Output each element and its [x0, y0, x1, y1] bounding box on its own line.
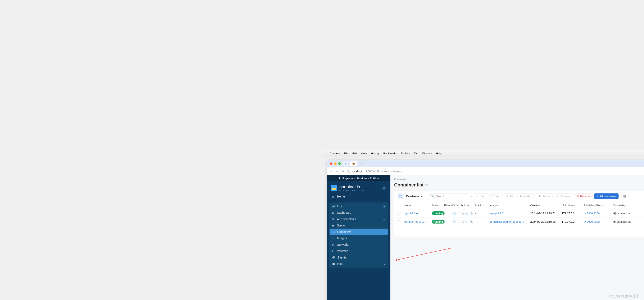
tab-background[interactable]: T [343, 161, 348, 166]
clear-search-icon[interactable]: × [471, 195, 473, 198]
menu-edit[interactable]: Edit [352, 152, 357, 155]
annotation-arrow [394, 248, 453, 266]
col-image[interactable]: Image⇅ [490, 204, 530, 207]
sidebar-item-containers[interactable]: ⬚Containers [330, 229, 388, 235]
nav-icon: ⬚ [332, 230, 335, 234]
upgrade-banner[interactable]: ⬆ Upgrade to Business Edition [327, 175, 390, 181]
reload-button[interactable]: ⟳ [342, 170, 344, 173]
site-info-icon[interactable]: i [347, 170, 350, 173]
kill-button[interactable]: ⊘ Kill [504, 193, 516, 199]
refresh-icon[interactable]: ⟳ [425, 183, 428, 187]
menu-window[interactable]: Window [422, 152, 432, 155]
ownership-cell: administrat [618, 212, 631, 215]
image-link[interactable]: mysql:8.3.0 [490, 212, 504, 215]
col-created[interactable]: Created⇅ [530, 204, 562, 207]
col-ip[interactable]: IP Address⇅ [562, 204, 584, 207]
chevron-down-icon: ⌄ [383, 217, 386, 221]
app-name[interactable]: Chrome [330, 152, 340, 155]
minimize-window-icon[interactable] [334, 162, 337, 165]
search-input[interactable]: 🔍 × [429, 193, 469, 199]
exec-icon[interactable]: ›_ [466, 212, 468, 215]
col-ownership[interactable]: Ownership⇅ [613, 204, 644, 207]
menu-tab[interactable]: Tab [414, 152, 418, 155]
menu-view[interactable]: View [361, 152, 367, 155]
sidebar-item-volumes[interactable]: ⊟Volumes [330, 248, 388, 254]
address-bar: ← → ⟳ i localhost:9000/#!/2/docker/conta… [327, 167, 644, 175]
stats-icon[interactable]: 📊 [462, 220, 465, 223]
inspect-icon[interactable]: ⓘ [458, 212, 460, 215]
brand[interactable]: portainer.io COMMUNITY EDITION « [327, 181, 390, 193]
sidebar-item-images[interactable]: ☰Images [330, 235, 388, 242]
exec-icon[interactable]: ›_ [466, 220, 468, 223]
col-state[interactable]: State⇅ Filter ▽ [432, 204, 453, 207]
menu-file[interactable]: File [344, 152, 348, 155]
port-link[interactable]: 9000:9000 [587, 220, 600, 224]
table-header: Name ↓ State⇅ Filter ▽ Quick Actions Sta… [394, 202, 644, 209]
menu-history[interactable]: History [371, 152, 379, 155]
sidebar-item-networks[interactable]: ⇄Networks [330, 242, 388, 248]
inspect-icon[interactable]: ⓘ [458, 220, 460, 224]
attach-icon[interactable]: 📎 [470, 220, 473, 223]
new-tab-button[interactable]: + [359, 162, 364, 166]
add-container-button[interactable]: + Add container [594, 193, 619, 199]
tab-active[interactable]: 📦 [350, 161, 357, 166]
restart-button[interactable]: ↻ Restart [518, 193, 534, 199]
sidebar-item-host[interactable]: ▣Host⌄ [330, 261, 388, 267]
attach-icon[interactable]: 📎 [470, 212, 473, 215]
menu-bookmarks[interactable]: Bookmarks [383, 152, 397, 155]
chevron-down-icon: ⌄ [383, 262, 386, 266]
resume-button[interactable]: ▷ Resume [554, 193, 572, 199]
table-row: mysql-8.3.0 running 📄 ⓘ 📊 ›_ 📎 - mysql:8… [394, 209, 644, 218]
back-button[interactable]: ← [330, 170, 333, 173]
stats-icon[interactable]: 📊 [462, 212, 465, 215]
col-stack[interactable]: Stack⇅ [475, 204, 490, 207]
eye-off-icon: 👁‍🗨 [613, 220, 616, 224]
stop-button[interactable]: □ Stop [489, 193, 502, 199]
select-all-checkbox[interactable] [398, 204, 400, 207]
nav-icon: ⇄ [332, 243, 334, 247]
col-name[interactable]: Name ↓ [404, 204, 432, 207]
col-ports[interactable]: Published Ports⇅ [584, 204, 613, 207]
close-window-icon[interactable] [330, 162, 332, 165]
nav-icon: ⊟ [332, 249, 334, 253]
menu-profiles[interactable]: Profiles [401, 152, 410, 155]
row-checkbox[interactable] [398, 212, 400, 215]
close-env-icon[interactable]: × [383, 205, 386, 208]
image-link[interactable]: portainer/portainer-ce:2.19.4 [490, 220, 524, 224]
created-cell: 2024-03-23 13:38:51 [530, 212, 562, 215]
url-field[interactable]: i localhost:9000/#!/2/docker/containers [347, 170, 644, 173]
columns-icon[interactable]: ◫ [623, 195, 626, 198]
container-name-link[interactable]: mysql-8.3.0 [404, 212, 418, 215]
sidebar-item-events[interactable]: ⏱Events [330, 254, 388, 261]
nav-icon: ⊞ [332, 211, 334, 215]
container-name-link[interactable]: portainer-ce-2.19.4 [404, 220, 427, 224]
mac-menubar: Chrome File Edit View History Bookmarks … [322, 150, 644, 157]
forward-button[interactable]: → [336, 170, 339, 173]
port-link[interactable]: 3306:3306 [587, 212, 600, 215]
row-checkbox[interactable] [398, 220, 400, 223]
external-link-icon: ↗ [584, 220, 586, 224]
remove-button[interactable]: 🗑 Remove [574, 193, 592, 199]
start-button[interactable]: ▷ Start [474, 193, 488, 199]
breadcrumb[interactable]: Containers [390, 175, 644, 181]
created-cell: 2024-03-23 12:50:28 [530, 220, 562, 224]
nav-icon: ✎ [332, 217, 334, 221]
brand-subtitle: COMMUNITY EDITION [339, 189, 364, 191]
search-field[interactable] [436, 195, 470, 198]
menu-help[interactable]: Help [436, 152, 442, 155]
sidebar-item-home[interactable]: ⌂ Home [327, 193, 390, 200]
sidebar-item-dashboard[interactable]: ⊞Dashboard [330, 210, 388, 216]
panel-menu-icon[interactable]: ⋮ [628, 195, 630, 198]
pause-button[interactable]: ⏸ Pause [536, 193, 552, 199]
nav-icon: ☰ [332, 237, 335, 240]
logs-icon[interactable]: 📄 [453, 212, 456, 215]
sidebar-item-stacks[interactable]: ≣Stacks [330, 222, 388, 229]
state-badge: running [432, 220, 445, 224]
sidebar-item-app-templates[interactable]: ✎App Templates⌄ [330, 216, 388, 222]
environment-header[interactable]: 🐳 local × [329, 203, 388, 210]
collapse-sidebar-button[interactable]: « [382, 186, 386, 190]
watermark: CSDN @菜鸟厚非 [609, 294, 640, 299]
maximize-window-icon[interactable] [338, 162, 341, 165]
logs-icon[interactable]: 📄 [453, 220, 456, 223]
environment-name: local [337, 205, 343, 208]
